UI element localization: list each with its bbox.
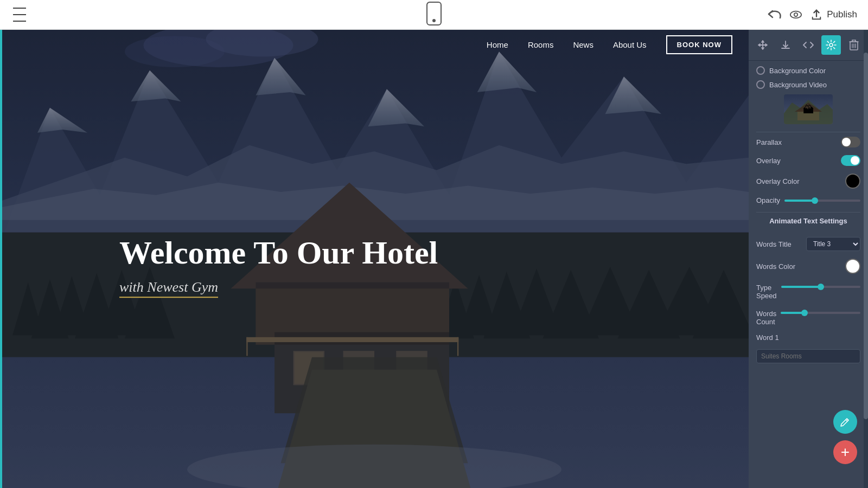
type-speed-row: TypeSpeed bbox=[756, 281, 860, 300]
words-color-row: Words Color bbox=[756, 259, 860, 274]
panel-tool-delete[interactable] bbox=[844, 35, 864, 55]
svg-point-47 bbox=[829, 43, 833, 47]
eye-icon bbox=[790, 10, 802, 19]
words-color-swatch[interactable] bbox=[845, 259, 860, 274]
trash-icon bbox=[849, 39, 859, 51]
fab-add-button[interactable]: + bbox=[833, 440, 857, 464]
panel-tool-settings[interactable] bbox=[821, 35, 841, 55]
overlay-toggle[interactable] bbox=[841, 155, 860, 166]
top-toolbar: Publish bbox=[0, 0, 868, 30]
undo-icon bbox=[767, 9, 781, 21]
canvas-nav: Home Rooms News About Us BOOK NOW bbox=[0, 30, 749, 60]
words-title-label: Words Title bbox=[756, 240, 792, 248]
thumbnail-image bbox=[784, 94, 833, 124]
main-area: Home Rooms News About Us BOOK NOW Welcom… bbox=[0, 30, 868, 488]
background-video-label: Background Video bbox=[769, 81, 827, 89]
pencil-icon bbox=[840, 416, 851, 427]
fab-add-label: + bbox=[841, 445, 850, 460]
nav-item-about[interactable]: About Us bbox=[613, 40, 647, 49]
move-icon bbox=[757, 40, 768, 50]
phone-icon bbox=[426, 2, 442, 25]
word1-label: Word 1 bbox=[756, 333, 779, 342]
words-count-slider[interactable] bbox=[781, 312, 860, 314]
scrollbar-thumb[interactable] bbox=[864, 53, 868, 419]
type-speed-label: TypeSpeed bbox=[756, 281, 777, 300]
words-count-slider-thumb[interactable] bbox=[801, 310, 808, 316]
hamburger-menu[interactable] bbox=[11, 4, 28, 25]
words-count-label: WordsCount bbox=[756, 307, 776, 326]
download-icon bbox=[780, 40, 791, 50]
words-title-row: Words Title Title 1 Title 2 Title 3 Titl… bbox=[756, 237, 860, 251]
parallax-label: Parallax bbox=[756, 138, 782, 146]
hero-subtitle: with Newest Gym bbox=[119, 279, 218, 296]
canvas-area: Home Rooms News About Us BOOK NOW Welcom… bbox=[0, 30, 749, 488]
background-video-radio[interactable] bbox=[756, 80, 765, 89]
overlay-toggle-thumb bbox=[851, 156, 859, 165]
overlay-row: Overlay bbox=[756, 155, 860, 166]
panel-tool-code[interactable] bbox=[799, 35, 818, 55]
overlay-color-label: Overlay Color bbox=[756, 177, 799, 185]
nav-item-news[interactable]: News bbox=[573, 40, 593, 49]
hero-text: Welcome To Our Hotel with Newest Gym bbox=[119, 235, 438, 296]
background-image-thumbnail[interactable] bbox=[784, 94, 833, 124]
settings-icon bbox=[826, 40, 837, 50]
background-color-row[interactable]: Background Color bbox=[756, 66, 860, 75]
divider-1 bbox=[756, 132, 860, 132]
publish-label: Publish bbox=[827, 9, 857, 20]
mobile-preview-button[interactable] bbox=[426, 2, 442, 25]
parallax-row: Parallax bbox=[756, 137, 860, 147]
nav-item-home[interactable]: Home bbox=[487, 40, 508, 49]
nav-book-now-button[interactable]: BOOK NOW bbox=[666, 35, 732, 54]
publish-button[interactable]: Publish bbox=[810, 9, 857, 21]
panel-tool-move[interactable] bbox=[753, 35, 773, 55]
code-icon bbox=[802, 40, 814, 50]
parallax-toggle-thumb bbox=[842, 138, 851, 146]
divider-2 bbox=[756, 212, 860, 213]
hero-title: Welcome To Our Hotel bbox=[119, 235, 438, 271]
type-speed-slider-thumb[interactable] bbox=[818, 284, 824, 290]
nav-item-rooms[interactable]: Rooms bbox=[528, 40, 554, 49]
parallax-toggle[interactable] bbox=[841, 137, 860, 147]
upload-icon bbox=[810, 9, 822, 21]
words-count-row: WordsCount bbox=[756, 307, 860, 326]
animated-text-section-label: Animated Text Settings bbox=[756, 217, 860, 225]
toolbar-center bbox=[426, 2, 442, 28]
background-color-radio[interactable] bbox=[756, 66, 765, 75]
opacity-label: Opacity bbox=[756, 196, 780, 204]
panel-tool-download[interactable] bbox=[776, 35, 795, 55]
word1-row: Word 1 bbox=[756, 333, 860, 342]
svg-point-1 bbox=[794, 13, 797, 16]
words-color-label: Words Color bbox=[756, 262, 795, 271]
opacity-slider-thumb[interactable] bbox=[812, 197, 818, 204]
opacity-slider[interactable] bbox=[784, 200, 860, 202]
words-title-select[interactable]: Title 1 Title 2 Title 3 Title 4 bbox=[806, 237, 860, 251]
scrollbar-track[interactable] bbox=[864, 30, 868, 488]
overlay-color-swatch[interactable] bbox=[845, 174, 860, 189]
word1-input[interactable] bbox=[756, 349, 860, 363]
opacity-row: Opacity bbox=[756, 196, 860, 204]
fab-edit-button[interactable] bbox=[833, 410, 857, 434]
svg-point-0 bbox=[790, 11, 801, 18]
overlay-label: Overlay bbox=[756, 157, 781, 165]
preview-button[interactable] bbox=[790, 10, 802, 19]
toolbar-right: Publish bbox=[767, 9, 857, 21]
undo-button[interactable] bbox=[767, 9, 781, 21]
background-color-label: Background Color bbox=[769, 67, 826, 75]
type-speed-slider[interactable] bbox=[781, 286, 860, 288]
panel-toolbar bbox=[749, 30, 868, 61]
animated-text-section-row: Animated Text Settings bbox=[756, 217, 860, 229]
toolbar-left bbox=[11, 4, 28, 25]
overlay-color-row: Overlay Color bbox=[756, 174, 860, 189]
background-video-row[interactable]: Background Video bbox=[756, 80, 860, 89]
